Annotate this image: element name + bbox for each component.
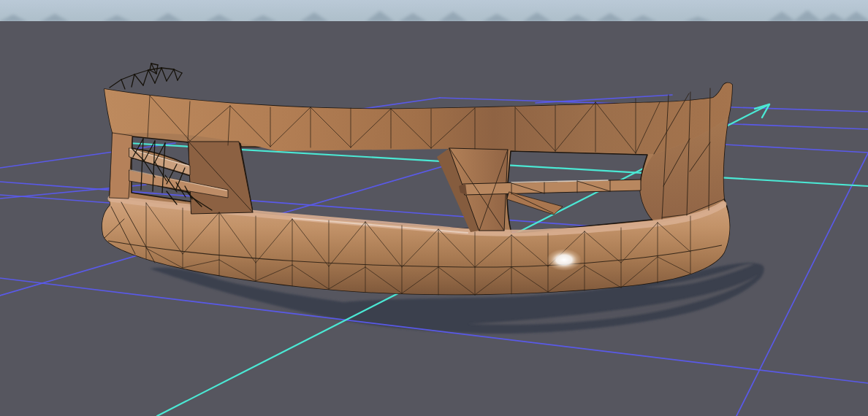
skybox [0, 0, 868, 22]
sky [0, 0, 868, 21]
viewport-3d[interactable] [0, 0, 868, 416]
left-post [110, 133, 132, 199]
scene-canvas[interactable] [0, 0, 868, 416]
specular-highlight [547, 249, 582, 271]
